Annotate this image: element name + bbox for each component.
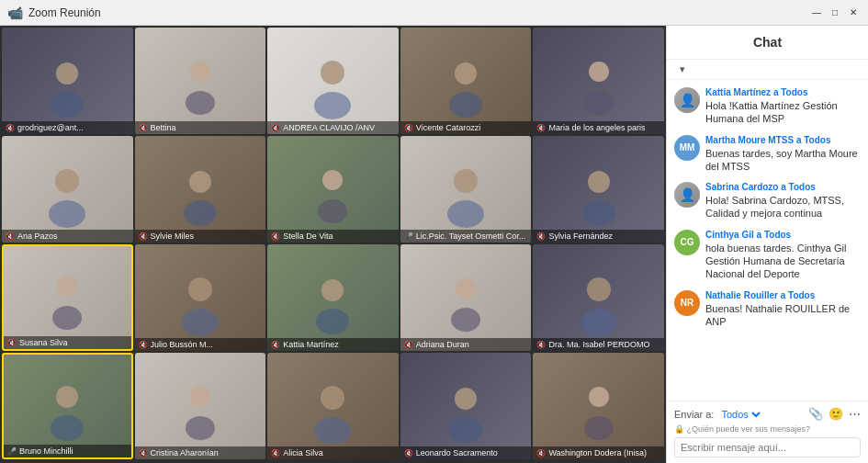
svg-point-36 — [455, 388, 477, 410]
svg-point-29 — [581, 309, 617, 336]
video-label: 🔇Kattia Martínez — [267, 338, 399, 351]
mic-icon: 🔇 — [271, 449, 280, 457]
video-cell: 🔇Leonardo Sacramento — [400, 353, 532, 459]
message-content: Martha Moure MTSS a TodosBuenas tardes, … — [705, 135, 861, 174]
chat-panel: Chat ▾ 👤Kattia Martínez a TodosHola !Kat… — [666, 26, 868, 463]
mic-icon: 🎤 — [7, 447, 17, 456]
dropdown-arrow: ▾ — [680, 63, 685, 75]
mic-icon: 🔇 — [271, 341, 280, 349]
mic-icon: 🎤 — [404, 232, 413, 241]
video-cell: 🔇Stella De Vita — [267, 136, 399, 243]
svg-point-18 — [588, 171, 610, 193]
avatar: 👤 — [674, 182, 700, 208]
message-content: Kattia Martínez a TodosHola !Kattia Mart… — [705, 87, 861, 126]
svg-point-35 — [314, 417, 351, 445]
mic-icon: 🔇 — [139, 232, 148, 241]
participant-name: Dra. Ma. Isabel PERDOMO — [548, 340, 649, 349]
svg-point-34 — [321, 386, 344, 410]
minimize-button[interactable]: — — [809, 6, 824, 20]
participant-name: Sylvie Miles — [151, 232, 195, 241]
maximize-button[interactable]: □ — [828, 6, 842, 20]
participant-name: Sylvia Fernández — [548, 232, 613, 241]
mic-icon: 🔇 — [404, 124, 413, 132]
mic-icon: 🔇 — [139, 124, 148, 132]
message-text: Hola !Kattia Martínez Gestión Humana del… — [705, 99, 861, 126]
message-sender: Kattia Martínez a Todos — [705, 87, 861, 97]
svg-point-19 — [582, 200, 615, 226]
participant-name: Stella De Vita — [283, 232, 333, 241]
close-button[interactable]: ✕ — [846, 6, 861, 20]
participant-name: Julio Bussón M... — [151, 340, 214, 349]
chat-messages[interactable]: 👤Kattia Martínez a TodosHola !Kattia Mar… — [667, 80, 868, 401]
video-cell: 🔇ANDREA CLAVIJO /ANV — [267, 28, 399, 134]
video-cell: 🔇Maria de los angeles paris — [533, 28, 664, 134]
chat-input-row — [674, 437, 861, 457]
participant-name: Washington Dodera (Inisa) — [548, 448, 647, 457]
video-label: 🔇Sylvie Miles — [135, 230, 266, 243]
window-title: Zoom Reunión — [28, 6, 101, 19]
video-cell: 🔇Dra. Ma. Isabel PERDOMO — [533, 244, 664, 351]
video-label: 🔇Alicia Silva — [267, 446, 399, 459]
video-cell: 🔇Ana Pazos — [2, 136, 133, 243]
video-label: 🔇Adriana Duran — [400, 338, 532, 351]
send-to-row: Enviar a: Todos 📎 🙂 ⋯ — [674, 407, 861, 421]
video-label: 🔇Sylvia Fernández — [533, 230, 664, 243]
video-label: 🔇Dra. Ma. Isabel PERDOMO — [533, 338, 664, 351]
more-icon[interactable]: ⋯ — [849, 407, 861, 421]
svg-point-12 — [189, 171, 211, 193]
chat-message: 👤Kattia Martínez a TodosHola !Kattia Mar… — [674, 87, 861, 126]
video-cell: 🔇Sylvia Fernández — [533, 136, 664, 243]
video-label: 🎤Bruno Minchilli — [4, 445, 131, 457]
message-text: hola buenas tardes. Cinthya Gil Gestión … — [705, 242, 861, 281]
video-cell: 🔇Vicente Catarozzi — [400, 28, 532, 134]
emoji-icon[interactable]: 🙂 — [829, 407, 843, 421]
svg-point-2 — [190, 62, 210, 82]
svg-point-14 — [322, 170, 343, 190]
send-to-select[interactable]: Todos — [717, 408, 763, 421]
message-sender: Martha Moure MTSS a Todos — [705, 135, 861, 145]
video-cell: 🔇Alicia Silva — [267, 353, 399, 459]
mic-icon: 🔇 — [271, 124, 280, 132]
video-label: 🔇Cristina Aharonían — [135, 446, 266, 459]
window-controls: — □ ✕ — [809, 6, 861, 20]
chat-footer: Enviar a: Todos 📎 🙂 ⋯ 🔒 ¿Quién puede ver… — [667, 401, 868, 463]
video-label: 🔇Washington Dodera (Inisa) — [533, 446, 664, 459]
svg-point-27 — [451, 308, 480, 332]
svg-point-30 — [56, 386, 78, 408]
svg-point-24 — [321, 279, 344, 301]
video-label: 🎤Lic.Psic. Tayset Osmetti Cor... — [400, 230, 532, 243]
video-label: 🔇ANDREA CLAVIJO /ANV — [267, 121, 399, 134]
video-cell: 🔇grodriguez@ant... — [2, 28, 133, 134]
svg-point-3 — [186, 91, 215, 115]
participant-name: Vicente Catarozzi — [416, 123, 480, 132]
video-label: 🔇Vicente Catarozzi — [400, 121, 532, 134]
svg-point-1 — [51, 92, 84, 118]
svg-point-5 — [314, 92, 351, 119]
video-label: 🔇Leonardo Sacramento — [400, 446, 532, 459]
svg-point-15 — [318, 199, 347, 223]
chat-dropdown: ▾ — [667, 60, 868, 80]
svg-point-25 — [316, 309, 349, 334]
chat-message: CGCinthya Gil a Todoshola buenas tardes.… — [674, 230, 861, 281]
svg-point-21 — [52, 306, 82, 330]
svg-point-26 — [456, 278, 476, 299]
svg-point-33 — [186, 416, 215, 440]
video-cell: 🔇Julio Bussón M... — [135, 244, 266, 351]
participant-name: Leonardo Sacramento — [416, 448, 498, 457]
video-label: 🔇Maria de los angeles paris — [533, 121, 664, 134]
video-cell: 🎤Lic.Psic. Tayset Osmetti Cor... — [400, 136, 532, 243]
privacy-note: 🔒 ¿Quién puede ver sus mensajes? — [674, 424, 861, 434]
mic-icon: 🔇 — [536, 449, 546, 457]
video-label: 🔇Stella De Vita — [267, 230, 399, 243]
svg-point-32 — [190, 387, 210, 407]
message-sender: Sabrina Cardozo a Todos — [705, 182, 861, 192]
mic-icon: 🔇 — [6, 232, 15, 241]
svg-point-37 — [449, 417, 482, 443]
svg-point-4 — [321, 61, 344, 85]
video-label: 🔇Julio Bussón M... — [135, 338, 266, 351]
message-text: Buenas tardes, soy Martha Moure del MTSS — [705, 147, 861, 174]
chat-input[interactable] — [681, 442, 854, 453]
file-icon[interactable]: 📎 — [808, 407, 823, 421]
svg-point-28 — [587, 277, 611, 301]
participant-name: Susana Silva — [19, 338, 68, 347]
